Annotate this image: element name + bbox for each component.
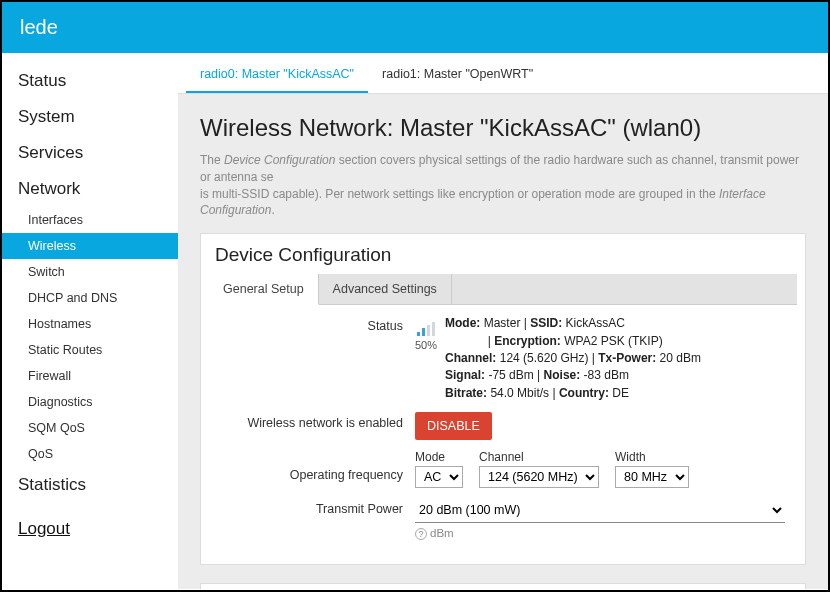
frequency-label: Operating frequency [215, 450, 415, 482]
status-label: Status [215, 315, 415, 333]
interface-config-panel: Interface Configuration General Setup Wi… [200, 583, 806, 589]
page-description: The Device Configuration section covers … [178, 152, 828, 233]
nav-switch[interactable]: Switch [2, 259, 178, 285]
disable-button[interactable]: DISABLE [415, 412, 492, 440]
txpower-label: Transmit Power [215, 498, 415, 516]
device-config-panel: Device Configuration General Setup Advan… [200, 233, 806, 565]
txpower-select[interactable]: 20 dBm (100 mW) [415, 498, 785, 523]
device-tabs: General Setup Advanced Settings [209, 274, 797, 305]
app-header: lede [2, 2, 828, 53]
txpower-help: ?dBm [415, 527, 791, 540]
page-title: Wireless Network: Master "KickAssAC" (wl… [178, 106, 828, 152]
enabled-label: Wireless network is enabled [215, 412, 415, 430]
radio-tabbar: radio0: Master "KickAssAC" radio1: Maste… [178, 57, 828, 94]
nav-dhcp-dns[interactable]: DHCP and DNS [2, 285, 178, 311]
tab-radio1[interactable]: radio1: Master "OpenWRT" [368, 57, 547, 93]
channel-select[interactable]: 124 (5620 MHz) [479, 466, 599, 488]
enabled-row: Wireless network is enabled DISABLE [215, 412, 791, 440]
status-details: Mode: Master | SSID: KickAssAC BSSID: | … [445, 315, 701, 402]
content-scroll: Wireless Network: Master "KickAssAC" (wl… [178, 94, 828, 589]
nav-services[interactable]: Services [2, 135, 178, 171]
nav-firewall[interactable]: Firewall [2, 363, 178, 389]
nav-sqm-qos[interactable]: SQM QoS [2, 415, 178, 441]
status-row: Status 50% [215, 315, 791, 402]
sidebar: Status System Services Network Interface… [2, 53, 178, 589]
tab-radio0[interactable]: radio0: Master "KickAssAC" [186, 57, 368, 93]
nav-static-routes[interactable]: Static Routes [2, 337, 178, 363]
app-title: lede [20, 16, 58, 38]
frequency-row: Operating frequency Mode AC Channel 124 … [215, 450, 791, 488]
width-head: Width [615, 450, 689, 464]
device-form: Status 50% [201, 305, 805, 540]
nav-qos[interactable]: QoS [2, 441, 178, 467]
device-tab-general[interactable]: General Setup [209, 274, 319, 305]
nav-hostnames[interactable]: Hostnames [2, 311, 178, 337]
width-select[interactable]: 80 MHz [615, 466, 689, 488]
nav-interfaces[interactable]: Interfaces [2, 207, 178, 233]
nav-network[interactable]: Network [2, 171, 178, 207]
signal-bars-icon [417, 322, 435, 336]
app-container: Status System Services Network Interface… [2, 53, 828, 589]
help-icon: ? [415, 528, 427, 540]
svg-rect-0 [417, 332, 420, 336]
mode-select[interactable]: AC [415, 466, 463, 488]
txpower-row: Transmit Power 20 dBm (100 mW) ?dBm [215, 498, 791, 540]
device-config-title: Device Configuration [201, 242, 805, 274]
signal-indicator: 50% [415, 315, 437, 351]
nav-statistics[interactable]: Statistics [2, 467, 178, 503]
nav-diagnostics[interactable]: Diagnostics [2, 389, 178, 415]
channel-head: Channel [479, 450, 599, 464]
logout-link[interactable]: Logout [2, 503, 178, 555]
main-area: radio0: Master "KickAssAC" radio1: Maste… [178, 53, 828, 589]
svg-rect-3 [432, 322, 435, 336]
signal-percent: 50% [415, 339, 437, 351]
nav-status[interactable]: Status [2, 63, 178, 99]
device-tab-advanced[interactable]: Advanced Settings [319, 274, 452, 304]
nav-wireless[interactable]: Wireless [2, 233, 178, 259]
nav-system[interactable]: System [2, 99, 178, 135]
svg-rect-2 [427, 325, 430, 336]
mode-head: Mode [415, 450, 463, 464]
svg-rect-1 [422, 328, 425, 336]
